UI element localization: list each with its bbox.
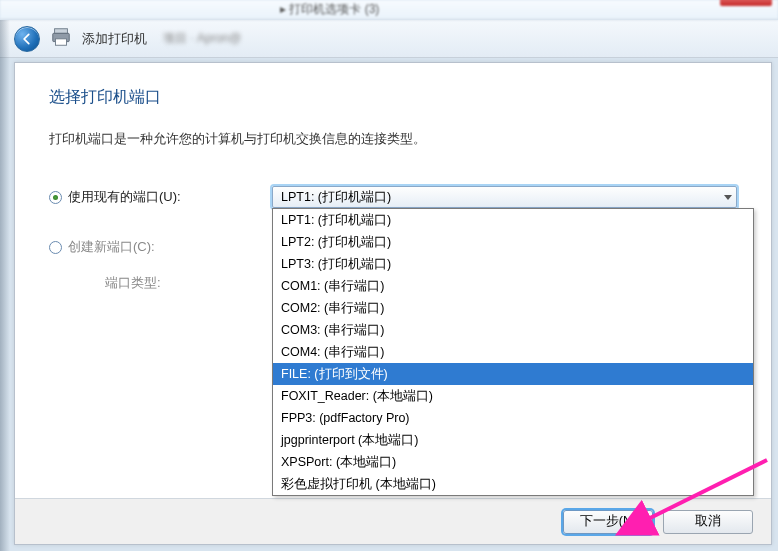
port-type-label: 端口类型: (105, 274, 161, 292)
radio-icon (49, 241, 62, 254)
wizard-footer: 下一步(N) 取消 (15, 498, 771, 544)
port-option[interactable]: FPP3: (pdfFactory Pro) (273, 407, 753, 429)
radio-create-new-port[interactable]: 创建新端口(C): (49, 238, 281, 256)
breadcrumb-bar: ▸ 打印机选项卡 (3) (0, 0, 778, 20)
port-option[interactable]: COM2: (串行端口) (273, 297, 753, 319)
port-dropdown-selected: LPT1: (打印机端口) (281, 189, 391, 206)
next-button[interactable]: 下一步(N) (563, 510, 653, 534)
breadcrumb-text: ▸ 打印机选项卡 (3) (280, 1, 379, 18)
radio-use-existing-label: 使用现有的端口(U): (68, 188, 181, 206)
shadow-decoration (0, 20, 10, 551)
cancel-button-label: 取消 (695, 513, 721, 530)
svg-rect-0 (55, 29, 68, 34)
svg-rect-2 (56, 39, 67, 45)
wizard-title: 添加打印机 (82, 30, 147, 48)
port-type-row: 端口类型: (49, 274, 281, 292)
cancel-button[interactable]: 取消 (663, 510, 753, 534)
port-dropdown[interactable]: LPT1: (打印机端口) (272, 186, 737, 208)
port-dropdown-list: LPT1: (打印机端口)LPT2: (打印机端口)LPT3: (打印机端口)C… (272, 208, 754, 496)
radio-use-existing-port[interactable]: 使用现有的端口(U): (49, 188, 272, 206)
port-option[interactable]: COM3: (串行端口) (273, 319, 753, 341)
wizard-header: 添加打印机 项目 · Apron@ (0, 20, 778, 58)
wizard-panel: 选择打印机端口 打印机端口是一种允许您的计算机与打印机交换信息的连接类型。 使用… (14, 62, 772, 545)
page-heading: 选择打印机端口 (49, 87, 737, 108)
port-option[interactable]: FOXIT_Reader: (本地端口) (273, 385, 753, 407)
port-option[interactable]: jpgprinterport (本地端口) (273, 429, 753, 451)
port-option[interactable]: LPT3: (打印机端口) (273, 253, 753, 275)
port-option[interactable]: XPSPort: (本地端口) (273, 451, 753, 473)
wizard-title-blur: 项目 · Apron@ (163, 30, 241, 47)
page-subtext: 打印机端口是一种允许您的计算机与打印机交换信息的连接类型。 (49, 130, 737, 148)
next-button-label: 下一步(N) (580, 513, 636, 530)
arrow-left-icon (20, 32, 34, 46)
close-window-button[interactable] (720, 0, 772, 6)
back-button[interactable] (14, 26, 40, 52)
port-option[interactable]: LPT2: (打印机端口) (273, 231, 753, 253)
radio-icon (49, 191, 62, 204)
port-option[interactable]: 彩色虚拟打印机 (本地端口) (273, 473, 753, 495)
radio-create-new-label: 创建新端口(C): (68, 238, 155, 256)
port-option[interactable]: COM1: (串行端口) (273, 275, 753, 297)
chevron-down-icon (724, 195, 732, 200)
port-option[interactable]: LPT1: (打印机端口) (273, 209, 753, 231)
printer-icon (50, 26, 72, 51)
port-option[interactable]: FILE: (打印到文件) (273, 363, 753, 385)
port-option[interactable]: COM4: (串行端口) (273, 341, 753, 363)
